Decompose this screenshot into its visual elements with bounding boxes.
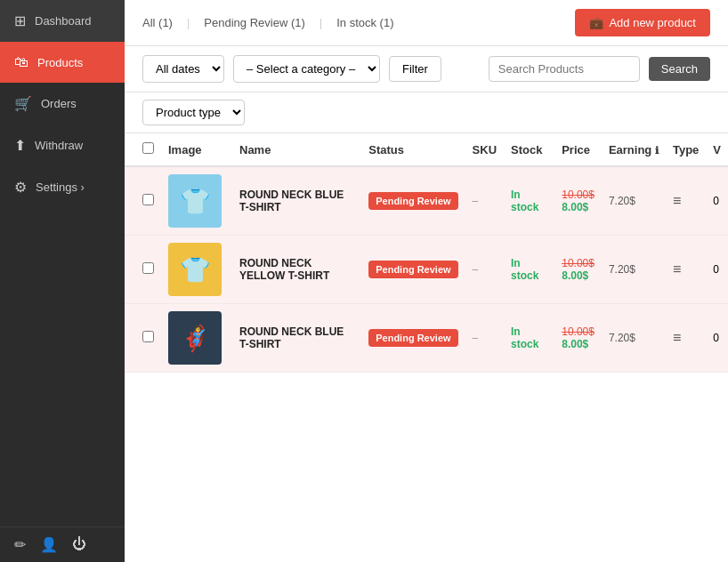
search-input[interactable]	[489, 56, 640, 82]
col-image: Image	[161, 133, 232, 166]
row-stock-cell: In stock	[504, 236, 554, 304]
price-original: 10.00$	[562, 325, 595, 338]
tab-bar: All (1) | Pending Review (1) | In stock …	[142, 12, 393, 33]
sku-value: –	[473, 263, 479, 276]
dashboard-icon: ⊞	[14, 12, 26, 29]
row-name-cell: ROUND NECK YELLOW T-SHIRT	[232, 236, 361, 304]
settings-icon: ⚙	[14, 179, 27, 196]
stock-value: In stock	[511, 325, 538, 350]
tab-pending[interactable]: Pending Review (1)	[204, 12, 304, 33]
topbar: All (1) | Pending Review (1) | In stock …	[125, 0, 728, 46]
tab-instock[interactable]: In stock (1)	[336, 12, 393, 33]
row-v-cell: 0	[706, 166, 728, 236]
product-name: ROUND NECK BLUE T-SHIRT	[239, 189, 344, 213]
row-checkbox-cell	[125, 236, 161, 304]
status-badge: Pending Review	[368, 261, 457, 278]
earning-value: 7.20$	[609, 195, 635, 207]
sidebar-item-label: Dashboard	[35, 14, 92, 28]
row-status-cell: Pending Review	[361, 236, 465, 304]
product-type-bar: Product type	[125, 92, 728, 133]
price-sale: 8.00$	[562, 201, 588, 213]
edit-icon[interactable]: ✏	[14, 536, 26, 553]
sku-value: –	[473, 195, 479, 207]
sidebar-item-orders[interactable]: 🛒 Orders	[0, 83, 125, 124]
row-earning-cell: 7.20$	[602, 304, 666, 373]
filter-button[interactable]: Filter	[389, 56, 441, 82]
row-checkbox-cell	[125, 304, 161, 373]
row-price-cell: 10.00$ 8.00$	[554, 166, 602, 236]
status-badge: Pending Review	[368, 192, 457, 210]
v-value: 0	[713, 195, 719, 207]
products-table-container: Image Name Status SKU Stock Price Earnin…	[125, 133, 728, 562]
col-type: Type	[666, 133, 706, 166]
row-earning-cell: 7.20$	[602, 166, 666, 236]
row-earning-cell: 7.20$	[602, 236, 666, 304]
info-icon: ℹ	[655, 145, 659, 156]
price-original: 10.00$	[562, 189, 595, 201]
earning-value: 7.20$	[609, 332, 635, 344]
row-stock-cell: In stock	[504, 166, 554, 236]
product-image: 👕	[168, 174, 222, 228]
table-header-row: Image Name Status SKU Stock Price Earnin…	[125, 133, 728, 166]
col-stock: Stock	[504, 133, 554, 166]
row-checkbox[interactable]	[142, 331, 154, 342]
stock-value: In stock	[511, 189, 538, 213]
row-status-cell: Pending Review	[361, 304, 465, 373]
briefcase-icon: 💼	[589, 16, 603, 29]
date-filter-select[interactable]: All dates	[142, 55, 224, 83]
row-image-cell: 🦸	[161, 304, 232, 373]
product-name: ROUND NECK BLUE T-SHIRT	[239, 325, 344, 350]
withdraw-icon: ⬆	[14, 137, 26, 154]
row-checkbox[interactable]	[142, 262, 154, 274]
price-sale: 8.00$	[562, 338, 588, 350]
row-type-cell: ≡	[666, 236, 706, 304]
col-sku: SKU	[465, 133, 504, 166]
category-filter-select[interactable]: – Select a category –	[233, 55, 380, 83]
stock-value: In stock	[511, 257, 538, 282]
product-type-select[interactable]: Product type	[142, 100, 245, 125]
price-original: 10.00$	[562, 257, 595, 269]
type-menu-icon[interactable]: ≡	[673, 330, 681, 345]
sidebar-item-products[interactable]: 🛍 Products	[0, 42, 125, 83]
row-type-cell: ≡	[666, 304, 706, 373]
tab-all[interactable]: All (1)	[142, 12, 173, 33]
select-all-checkbox[interactable]	[142, 142, 154, 154]
table-row: 👕 ROUND NECK YELLOW T-SHIRT Pending Revi…	[125, 236, 728, 304]
type-menu-icon[interactable]: ≡	[673, 193, 681, 208]
col-status: Status	[361, 133, 465, 166]
row-v-cell: 0	[706, 236, 728, 304]
product-image: 🦸	[168, 311, 222, 365]
row-sku-cell: –	[465, 166, 504, 236]
row-name-cell: ROUND NECK BLUE T-SHIRT	[232, 166, 361, 236]
products-table: Image Name Status SKU Stock Price Earnin…	[125, 133, 728, 373]
filter-bar: All dates – Select a category – Filter S…	[125, 46, 728, 92]
product-image: 👕	[168, 243, 222, 296]
row-checkbox[interactable]	[142, 194, 154, 205]
table-row: 👕 ROUND NECK BLUE T-SHIRT Pending Review…	[125, 166, 728, 236]
sidebar-item-label: Settings ›	[36, 181, 85, 194]
search-button[interactable]: Search	[649, 57, 710, 81]
row-price-cell: 10.00$ 8.00$	[554, 236, 602, 304]
product-name: ROUND NECK YELLOW T-SHIRT	[239, 257, 329, 282]
row-image-cell: 👕	[161, 236, 232, 304]
col-v: V	[706, 133, 728, 166]
row-v-cell: 0	[706, 304, 728, 373]
sidebar-item-label: Products	[37, 56, 83, 69]
earning-value: 7.20$	[609, 263, 635, 276]
row-image-cell: 👕	[161, 166, 232, 236]
row-checkbox-cell	[125, 166, 161, 236]
col-price: Price	[554, 133, 602, 166]
sidebar-item-settings[interactable]: ⚙ Settings ›	[0, 166, 125, 208]
sidebar-item-dashboard[interactable]: ⊞ Dashboard	[0, 0, 125, 42]
col-earning: Earning ℹ	[602, 133, 666, 166]
sidebar: ⊞ Dashboard 🛍 Products 🛒 Orders ⬆ Withdr…	[0, 0, 125, 562]
power-icon[interactable]: ⏻	[72, 536, 86, 553]
sidebar-item-withdraw[interactable]: ⬆ Withdraw	[0, 124, 125, 166]
add-new-product-button[interactable]: 💼 Add new product	[575, 9, 710, 36]
row-sku-cell: –	[465, 236, 504, 304]
price-sale: 8.00$	[562, 269, 588, 282]
sku-value: –	[473, 332, 479, 344]
row-name-cell: ROUND NECK BLUE T-SHIRT	[232, 304, 361, 373]
user-icon[interactable]: 👤	[40, 536, 58, 553]
type-menu-icon[interactable]: ≡	[673, 261, 681, 277]
